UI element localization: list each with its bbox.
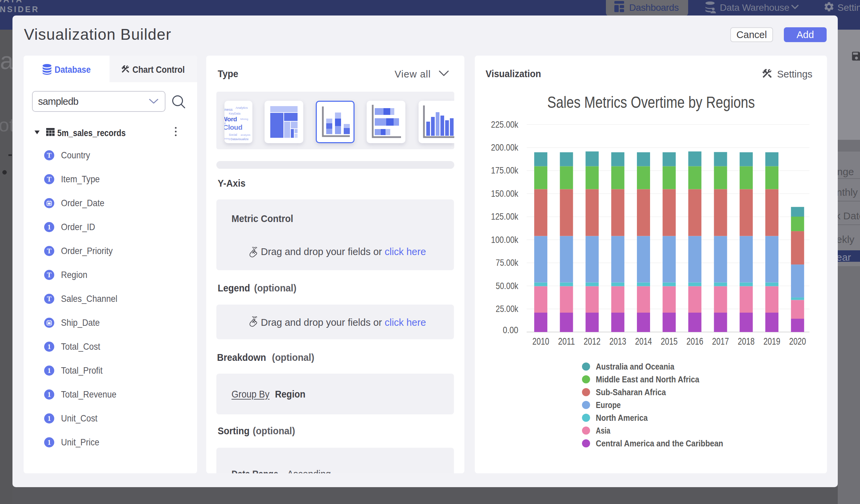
svg-text:Central America and the Caribb: Central America and the Caribbean (596, 438, 723, 448)
svg-text:200.00k: 200.00k (491, 142, 519, 153)
svg-text:100.00k: 100.00k (491, 234, 519, 245)
svg-text:0.00: 0.00 (503, 325, 518, 335)
svg-text:125.00k: 125.00k (491, 211, 519, 222)
svg-text:Sub-Saharan Africa: Sub-Saharan Africa (596, 387, 666, 397)
svg-text:North America: North America (596, 413, 648, 423)
svg-text:50.00k: 50.00k (496, 280, 519, 291)
svg-text:2011: 2011 (558, 335, 575, 347)
svg-text:2013: 2013 (609, 335, 626, 347)
svg-text:2018: 2018 (738, 335, 755, 347)
svg-text:Middle East and North Africa: Middle East and North Africa (596, 374, 699, 385)
svg-text:2016: 2016 (686, 335, 703, 347)
svg-text:75.00k: 75.00k (496, 257, 519, 268)
svg-text:Europe: Europe (596, 400, 621, 410)
svg-text:2015: 2015 (661, 335, 678, 347)
svg-text:Asia: Asia (596, 426, 610, 436)
svg-text:150.00k: 150.00k (491, 188, 519, 199)
svg-text:175.00k: 175.00k (491, 165, 519, 175)
svg-text:Australia and Oceania: Australia and Oceania (596, 361, 674, 372)
svg-text:2017: 2017 (712, 335, 729, 347)
svg-text:Sales Metrics Overtime by Regi: Sales Metrics Overtime by Regions (547, 93, 755, 111)
svg-text:2014: 2014 (635, 335, 652, 347)
svg-text:2020: 2020 (789, 335, 806, 347)
svg-text:225.00k: 225.00k (491, 119, 519, 130)
svg-text:2012: 2012 (584, 335, 601, 347)
svg-text:2010: 2010 (532, 335, 549, 347)
svg-text:25.00k: 25.00k (496, 304, 519, 314)
svg-text:2019: 2019 (764, 335, 780, 347)
